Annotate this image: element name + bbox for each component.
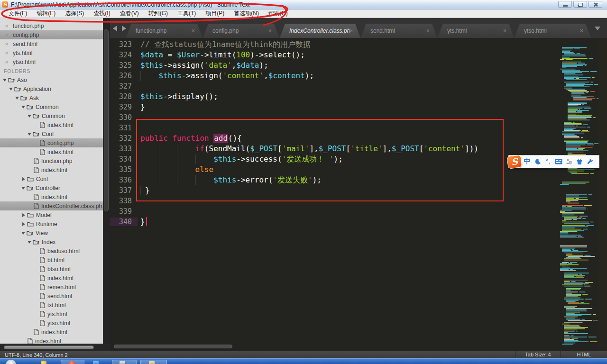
punctuation-icon[interactable]: °, [543,156,553,167]
sidebar-scrollbar-track[interactable] [103,18,110,344]
minimize-button[interactable] [558,1,572,8]
tree-folder-row[interactable]: Ask [0,93,103,102]
tree-folder-row[interactable]: Controller [0,183,103,192]
code-line[interactable]: 327 [110,81,607,91]
tab-IndexController-class-php[interactable]: IndexController.class.php× [280,24,360,38]
open-file-row[interactable]: ×yts.html [0,48,103,57]
skin-icon[interactable] [574,156,584,167]
close-file-icon[interactable]: × [4,23,9,29]
menu-item[interactable]: 编辑(E) [32,9,60,18]
close-file-icon[interactable]: × [4,32,9,38]
tree-folder-row[interactable]: View [0,228,103,237]
code-line[interactable]: 323// 查找status值为1name值为think的用户数据 [110,39,607,50]
taskbar-app-icon[interactable] [149,361,155,364]
tree-file-row[interactable]: ytso.html [0,318,103,328]
tree-file-row[interactable]: remen.html [0,282,103,291]
tab-ytso-html[interactable]: ytso.html× [515,24,591,38]
editor-hscrollbar-thumb[interactable] [114,345,232,348]
open-file-row[interactable]: ×config.php [0,30,103,39]
collapse-arrow-icon[interactable] [9,88,13,91]
expand-arrow-icon[interactable] [22,177,25,181]
tree-file-row[interactable]: index.html [0,273,103,282]
restore-button[interactable] [573,1,587,8]
tree-folder-row[interactable]: Conf [0,174,103,183]
sidebar-scrollbar-thumb[interactable] [104,29,109,211]
menu-item[interactable]: 工具(T) [173,9,201,18]
tree-file-row[interactable]: baiduso.html [0,246,103,255]
collapse-arrow-icon[interactable] [3,79,7,82]
tree-file-row[interactable]: yts.html [0,309,103,318]
tree-folder-row[interactable]: Conf [0,129,103,138]
close-button[interactable] [589,1,602,8]
clipboard-icon[interactable] [564,156,574,167]
half-moon-icon[interactable] [533,156,543,167]
menu-item[interactable]: 项目(P) [201,9,229,18]
code-line[interactable]: 329} [110,102,607,112]
tab-send-html[interactable]: send.html× [361,24,437,38]
code-line[interactable]: 324$data = $User->limit(100)->select(); [110,50,607,60]
sogou-logo-icon[interactable]: S [506,155,522,169]
collapse-arrow-icon[interactable] [28,241,31,244]
taskbar-app-icon[interactable] [93,361,99,364]
tab-close-icon[interactable]: × [426,27,430,34]
tree-file-row[interactable]: IndexController.class.ph [0,201,103,210]
tree-file-row[interactable]: bt.html [0,255,103,264]
open-file-row[interactable]: ×ytso.html [0,57,103,66]
tab-config-php[interactable]: config.php× [203,24,279,38]
tab-close-icon[interactable]: × [580,27,583,34]
toolbox-icon[interactable] [585,156,595,167]
close-file-icon[interactable]: × [4,50,9,56]
menu-item[interactable]: 帮助(H) [264,9,293,18]
tree-file-row[interactable]: btso.html [0,264,103,273]
tab-close-icon[interactable]: × [349,27,353,34]
tab-yts-html[interactable]: yts.html× [438,24,514,38]
tree-file-row[interactable]: index.html [0,192,103,201]
tree-folder-row[interactable]: Application [0,84,103,93]
collapse-arrow-icon[interactable] [15,97,19,100]
menu-item[interactable]: 首选项(N) [229,9,264,18]
code-line[interactable]: 325$this->assign('data',$data); [110,60,607,71]
close-file-icon[interactable]: × [4,41,9,47]
tree-file-row[interactable]: index.html [0,337,103,344]
collapse-arrow-icon[interactable] [21,187,25,190]
expand-arrow-icon[interactable] [22,213,25,217]
menu-item[interactable]: 选择(S) [60,9,89,18]
code-line[interactable]: 339 [110,206,607,217]
menu-item[interactable]: 转到(G) [144,9,173,18]
tab-function-php[interactable]: function.php× [126,24,202,38]
code-line[interactable]: 326$this->assign('content',$content); [110,71,607,81]
tree-file-row[interactable]: index.html [0,147,103,156]
code-line[interactable]: 328$this->display(); [110,91,607,102]
tree-file-row[interactable]: index.html [0,120,103,129]
tab-scroll-right-icon[interactable] [122,26,126,31]
collapse-arrow-icon[interactable] [28,133,31,136]
taskbar-app-icon[interactable] [69,361,75,364]
soft-keyboard-icon[interactable] [553,156,563,167]
close-file-icon[interactable]: × [4,59,9,65]
status-tab-size[interactable]: Tab Size: 4 [515,351,561,358]
tree-folder-row[interactable]: Aso [0,75,103,84]
tree-folder-row[interactable]: Index [0,237,103,246]
menu-item[interactable]: 查找(I) [89,9,115,18]
menu-item[interactable]: 文件(F) [4,9,32,18]
start-button[interactable] [6,360,16,364]
tree-folder-row[interactable]: Runtime [0,219,103,228]
minimap[interactable] [559,39,598,347]
taskbar-app-icon[interactable] [120,361,125,364]
code-line[interactable]: 340} [110,217,607,227]
tree-file-row[interactable]: send.html [0,291,103,300]
tree-folder-row[interactable]: Common [0,111,103,120]
tree-folder-row[interactable]: Model [0,210,103,219]
sidebar-hscrollbar-thumb[interactable] [4,346,94,349]
menu-item[interactable]: 查看(V) [115,9,144,18]
tab-close-icon[interactable]: × [503,27,506,34]
open-file-row[interactable]: ×function.php [0,21,103,30]
expand-arrow-icon[interactable] [22,222,25,226]
collapse-arrow-icon[interactable] [28,115,31,118]
tree-file-row[interactable]: index.html [0,165,103,174]
tree-file-row[interactable]: config.php [0,138,103,147]
tree-file-row[interactable]: function.php [0,156,103,165]
status-syntax[interactable]: HTML [560,351,607,358]
tab-overflow-icon[interactable] [595,27,600,30]
chinese-mode-icon[interactable]: 中 [522,156,532,167]
